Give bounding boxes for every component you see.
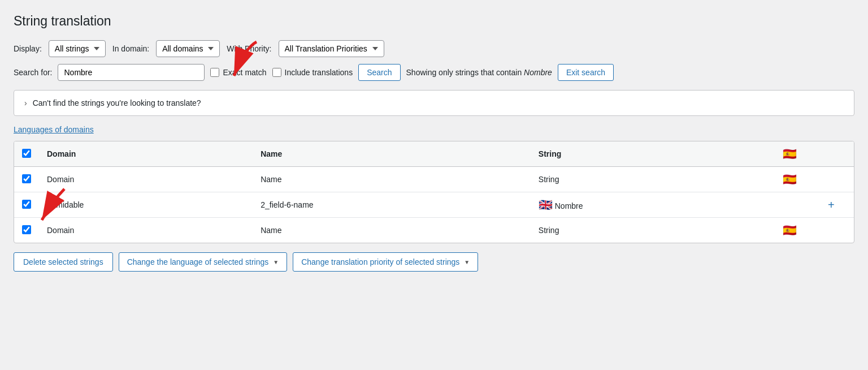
flag-header: 🇪🇸 — [775, 141, 820, 167]
collapsible-box[interactable]: › Can't find the strings you're looking … — [14, 90, 854, 116]
row-checkbox-cell — [14, 192, 39, 218]
row-checkbox[interactable] — [22, 200, 31, 209]
domain-cell: Domain — [39, 218, 253, 243]
change-language-dropdown-arrow: ▼ — [273, 259, 279, 265]
select-all-checkbox[interactable] — [22, 149, 31, 158]
page-title: String translation — [14, 14, 854, 29]
collapsible-text: Can't find the strings you're looking to… — [33, 98, 201, 107]
name-cell: 2_field-6-name — [253, 192, 531, 218]
domain-cell: formidable — [39, 192, 253, 218]
search-row: Search for: Exact match Include translat… — [14, 64, 854, 81]
in-domain-label: In domain: — [112, 44, 149, 53]
string-cell: 🇬🇧 Nombre — [531, 192, 775, 218]
flag-cell: 🇪🇸 — [775, 167, 820, 192]
spanish-flag-header: 🇪🇸 — [783, 148, 797, 160]
flag-cell: 🇪🇸 — [775, 218, 820, 243]
search-for-label: Search for: — [14, 68, 52, 77]
change-priority-dropdown[interactable]: Change translation priority of selected … — [293, 252, 478, 272]
add-translation-icon[interactable]: + — [828, 199, 835, 211]
include-translations-label[interactable]: Include translations — [272, 68, 353, 77]
with-priority-label: With Priority: — [227, 44, 271, 53]
exit-search-button[interactable]: Exit search — [558, 64, 614, 81]
table-header-row: Domain Name String 🇪🇸 — [14, 141, 854, 167]
string-cell: String — [531, 218, 775, 243]
include-translations-checkbox[interactable] — [272, 68, 281, 77]
action-cell — [820, 218, 854, 243]
change-priority-dropdown-arrow: ▼ — [464, 259, 470, 265]
row-checkbox[interactable] — [22, 225, 31, 234]
display-label: Display: — [14, 44, 42, 53]
search-status: Showing only strings that contain Nombre — [406, 68, 552, 77]
chevron-right-icon: › — [24, 98, 27, 107]
search-input[interactable] — [58, 64, 205, 81]
table-row: Domain Name String 🇪🇸 — [14, 167, 854, 192]
search-button[interactable]: Search — [358, 64, 400, 81]
domain-cell: Domain — [39, 167, 253, 192]
exact-match-checkbox[interactable] — [210, 68, 219, 77]
languages-of-domains-link[interactable]: Languages of domains — [14, 125, 94, 134]
table-container: Domain Name String 🇪🇸 Domain Name — [14, 141, 854, 243]
table-row: Domain Name String 🇪🇸 — [14, 218, 854, 243]
display-select[interactable]: All strings — [49, 40, 106, 57]
strings-table: Domain Name String 🇪🇸 Domain Name — [14, 141, 854, 243]
action-cell — [820, 167, 854, 192]
domain-header: Domain — [39, 141, 253, 167]
action-header — [820, 141, 854, 167]
row-checkbox-cell — [14, 167, 39, 192]
change-priority-label: Change translation priority of selected … — [301, 257, 459, 266]
bottom-actions: Delete selected strings Change the langu… — [14, 252, 854, 272]
change-language-label: Change the language of selected strings — [127, 257, 269, 266]
row-checkbox[interactable] — [22, 174, 31, 183]
in-domain-select[interactable]: All domains — [156, 40, 220, 57]
change-language-dropdown[interactable]: Change the language of selected strings … — [119, 252, 288, 272]
exact-match-label[interactable]: Exact match — [210, 68, 266, 77]
action-cell[interactable]: + — [820, 192, 854, 218]
row-checkbox-cell — [14, 218, 39, 243]
table-row: formidable 2_field-6-name 🇬🇧 Nombre + — [14, 192, 854, 218]
header-checkbox-cell — [14, 141, 39, 167]
name-cell: Name — [253, 218, 531, 243]
priority-select[interactable]: All Translation Priorities — [279, 40, 384, 57]
string-cell: String — [531, 167, 775, 192]
name-cell: Name — [253, 167, 531, 192]
string-header: String — [531, 141, 775, 167]
flag-cell — [775, 192, 820, 218]
name-header: Name — [253, 141, 531, 167]
filter-row: Display: All strings In domain: All doma… — [14, 40, 854, 57]
delete-selected-button[interactable]: Delete selected strings — [14, 252, 113, 272]
